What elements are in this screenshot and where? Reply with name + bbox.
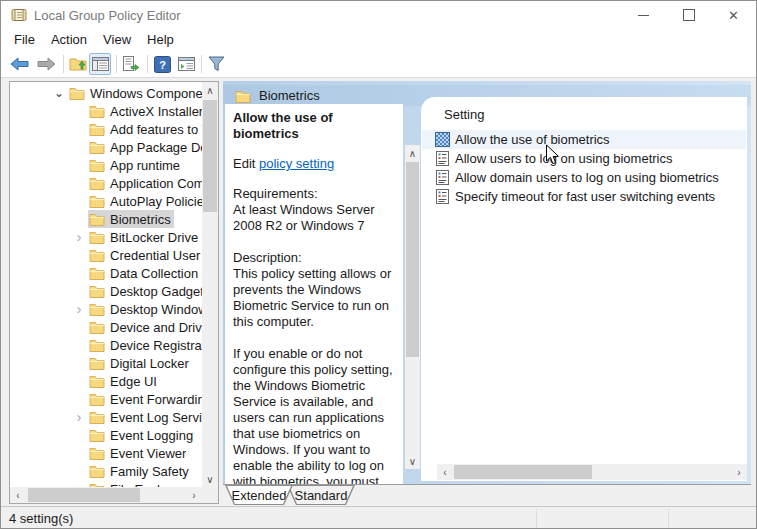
- folder-icon: [89, 248, 105, 262]
- scroll-right-icon[interactable]: ›: [186, 487, 202, 503]
- menu-help[interactable]: Help: [139, 30, 182, 49]
- tree-item-label: Event Viewer: [110, 446, 186, 461]
- setting-row[interactable]: Allow the use of biometrics: [422, 130, 746, 149]
- extended-description-panel: Allow the use of biometrics Edit policy …: [225, 104, 403, 484]
- folder-icon: [89, 176, 105, 190]
- settings-horizontal-scrollbar[interactable]: ‹ ›: [437, 464, 747, 480]
- tree-item[interactable]: Digital Locker: [10, 354, 202, 372]
- help-button[interactable]: ?: [151, 53, 173, 75]
- menu-view[interactable]: View: [95, 30, 139, 49]
- tree-item[interactable]: Event Logging: [10, 426, 202, 444]
- tree-item[interactable]: Event Forwarding: [10, 390, 202, 408]
- tree-item[interactable]: Edge UI: [10, 372, 202, 390]
- status-separator: [536, 509, 537, 528]
- scroll-up-icon[interactable]: ∧: [202, 82, 218, 98]
- tree-item-label: Desktop Gadgets: [110, 284, 202, 299]
- description-label: Description:: [233, 250, 401, 266]
- forward-button[interactable]: [35, 53, 57, 75]
- scroll-up-icon[interactable]: ∧: [405, 145, 420, 161]
- tree-item[interactable]: Event Viewer: [10, 444, 202, 462]
- folder-icon: [89, 122, 105, 136]
- status-bar: 4 setting(s): [1, 506, 756, 529]
- tab-extended[interactable]: Extended: [225, 485, 293, 505]
- status-text: 4 setting(s): [9, 511, 73, 526]
- setting-row[interactable]: Allow domain users to log on using biome…: [422, 168, 746, 187]
- setting-label: Allow users to log on using biometrics: [455, 151, 673, 166]
- menu-bar: File Action View Help: [1, 29, 756, 50]
- chevron-down-icon[interactable]: ⌄: [50, 86, 68, 100]
- back-button[interactable]: [8, 53, 30, 75]
- scrollbar-thumb[interactable]: [406, 162, 419, 357]
- export-list-button[interactable]: [120, 53, 142, 75]
- chevron-right-icon[interactable]: ›: [70, 232, 88, 242]
- setting-row[interactable]: Specify timeout for fast user switching …: [422, 187, 746, 206]
- menu-file[interactable]: File: [6, 30, 43, 49]
- requirements-text: At least Windows Server 2008 R2 or Windo…: [233, 202, 401, 234]
- tree-item[interactable]: Application Comp: [10, 174, 202, 192]
- filter-button[interactable]: [205, 53, 227, 75]
- up-one-level-button[interactable]: [67, 53, 89, 75]
- setting-row[interactable]: Allow users to log on using biometrics: [422, 149, 746, 168]
- tree-item-label: Event Logging: [110, 428, 193, 443]
- tree-item[interactable]: Credential User Int: [10, 246, 202, 264]
- description-vertical-scrollbar[interactable]: ∧ ∨: [405, 145, 420, 469]
- tree-item[interactable]: ›Event Log Service: [10, 408, 202, 426]
- show-console-tree-button[interactable]: [89, 53, 111, 75]
- tree-item[interactable]: ⌄Windows Components: [10, 84, 202, 102]
- chevron-right-icon[interactable]: ›: [70, 304, 88, 314]
- tree-item[interactable]: Device and Driver C: [10, 318, 202, 336]
- tree-item-label: AutoPlay Policies: [110, 194, 202, 209]
- scroll-right-icon[interactable]: ›: [731, 464, 747, 480]
- scroll-left-icon[interactable]: ‹: [10, 487, 26, 503]
- scrollbar-thumb[interactable]: [454, 465, 592, 479]
- properties-window-icon: [178, 57, 195, 71]
- tree-item[interactable]: File Explorer: [10, 480, 202, 487]
- tree-item-label: App runtime: [110, 158, 180, 173]
- window-title: Local Group Policy Editor: [34, 8, 181, 23]
- tree-item-label: Event Log Service: [110, 410, 202, 425]
- tree-item[interactable]: Family Safety: [10, 462, 202, 480]
- scroll-left-icon[interactable]: ‹: [437, 464, 453, 480]
- tree-item[interactable]: ›BitLocker Drive Enc: [10, 228, 202, 246]
- tree-vertical-scrollbar[interactable]: ∧ ∨: [202, 82, 218, 487]
- scrollbar-thumb[interactable]: [28, 488, 140, 502]
- folder-icon: [89, 446, 105, 460]
- tree-item[interactable]: Biometrics: [10, 210, 202, 228]
- tree-item-label: App Package Depl: [110, 140, 202, 155]
- policy-setting-icon: [435, 189, 450, 204]
- folder-icon: [89, 410, 105, 424]
- tree-item[interactable]: App runtime: [10, 156, 202, 174]
- tree-item[interactable]: ActiveX Installer Se: [10, 102, 202, 120]
- tree-item[interactable]: Desktop Gadgets: [10, 282, 202, 300]
- toolbar-separator: [116, 55, 117, 73]
- settings-list: Allow the use of biometricsAllow users t…: [422, 130, 746, 206]
- menu-action[interactable]: Action: [43, 30, 95, 49]
- tree-item-label: Credential User Int: [110, 248, 202, 263]
- setting-label: Specify timeout for fast user switching …: [455, 189, 715, 204]
- tree-item[interactable]: Add features to Wi: [10, 120, 202, 138]
- close-button[interactable]: ✕: [711, 1, 756, 29]
- help-icon: ?: [154, 56, 171, 73]
- tree-item[interactable]: App Package Depl: [10, 138, 202, 156]
- minimize-button[interactable]: [621, 1, 666, 29]
- tree-item[interactable]: ›Desktop Window M: [10, 300, 202, 318]
- tree-item-label: Digital Locker: [110, 356, 189, 371]
- tree-item[interactable]: AutoPlay Policies: [10, 192, 202, 210]
- tree-item[interactable]: Data Collection an: [10, 264, 202, 282]
- scroll-down-icon[interactable]: ∨: [405, 453, 420, 469]
- tree-item[interactable]: Device Registration: [10, 336, 202, 354]
- chevron-right-icon[interactable]: ›: [70, 412, 88, 422]
- show-properties-button[interactable]: [175, 53, 197, 75]
- scroll-down-icon[interactable]: ∨: [202, 471, 218, 487]
- maximize-button[interactable]: [666, 1, 711, 29]
- toolbar-separator: [63, 55, 64, 73]
- tree-item-label: BitLocker Drive Enc: [110, 230, 202, 245]
- tree-horizontal-scrollbar[interactable]: ‹ ›: [10, 487, 202, 503]
- tree-item-label: Event Forwarding: [110, 392, 202, 407]
- setting-column-header[interactable]: Setting: [444, 107, 484, 122]
- scrollbar-thumb[interactable]: [203, 100, 217, 212]
- scrollbar-corner: [202, 487, 218, 503]
- tab-standard[interactable]: Standard: [287, 485, 355, 505]
- tree-item-label: Device Registration: [110, 338, 202, 353]
- edit-policy-setting-link[interactable]: policy setting: [259, 156, 334, 171]
